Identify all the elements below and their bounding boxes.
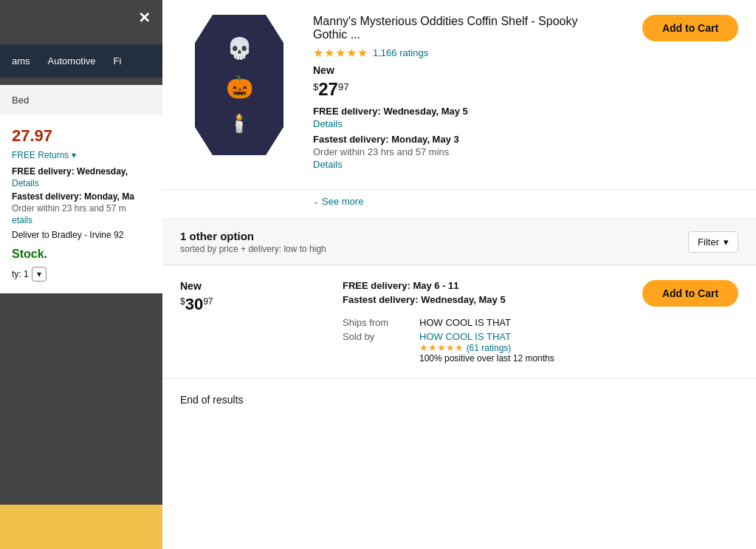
product-order-within: Order within 23 hrs and 57 mins (313, 146, 613, 157)
listing-price-cents: 97 (203, 296, 213, 307)
sidebar-nav-fi[interactable]: Fi (114, 55, 122, 67)
product-title: Manny's Mysterious Oddities Coffin Shelf… (313, 15, 613, 41)
sidebar-free-returns[interactable]: FREE Returns ▾ (12, 150, 151, 160)
chevron-down-icon: ▾ (724, 236, 729, 248)
listing-free-delivery-dates: May 6 - 11 (413, 280, 458, 291)
lantern-icon: 🕯️ (228, 113, 250, 134)
sidebar-order-within: Order within 23 hrs and 57 m (12, 203, 151, 214)
sidebar-chevron-down-icon: ▾ (72, 150, 76, 160)
filter-button[interactable]: Filter ▾ (688, 231, 738, 253)
product-info: Manny's Mysterious Oddities Coffin Shelf… (313, 15, 613, 174)
product-price-main: 27 (318, 79, 338, 99)
listing-condition: New (180, 280, 328, 292)
listing-free-delivery: FREE delivery: May 6 - 11 (343, 280, 628, 291)
product-add-to-cart-button[interactable]: Add to Cart (642, 15, 738, 41)
product-fastest-label: Fastest delivery: (313, 134, 389, 145)
product-fastest-delivery: Fastest delivery: Monday, May 3 (313, 134, 613, 145)
see-more-text[interactable]: See more (322, 196, 363, 207)
end-of-results: End of results (162, 379, 756, 420)
sidebar-bottom (0, 505, 162, 549)
sidebar-free-returns-text: FREE Returns (12, 150, 69, 160)
product-free-delivery-label: FREE delivery: (313, 106, 381, 117)
listing-price: $3097 (180, 295, 328, 314)
listing-middle: FREE delivery: May 6 - 11 Fastest delive… (343, 280, 628, 364)
skull-icon: 💀 (227, 36, 252, 61)
sidebar-free-delivery: FREE delivery: Wednesday, (12, 166, 151, 177)
ships-from-value: HOW COOL IS THAT (419, 317, 628, 328)
see-more-link[interactable]: ⌄ See more (313, 196, 756, 207)
other-options-title: 1 other option (180, 230, 326, 242)
product-free-delivery: FREE delivery: Wednesday, May 5 (313, 106, 613, 117)
stars-row: ★★★★★ 1,166 ratings (313, 46, 613, 60)
seller-ratings[interactable]: (61 ratings) (467, 343, 512, 353)
product-top-right: Add to Cart (628, 15, 738, 174)
other-options-subtitle: sorted by price + delivery: low to high (180, 244, 326, 254)
sidebar-search-area: Bed (0, 85, 162, 115)
listing-left: New $3097 (180, 280, 328, 314)
listing-free-delivery-label: FREE delivery: (343, 280, 410, 291)
product-free-delivery-date: Wednesday, May 5 (383, 106, 467, 117)
other-options-header: 1 other option sorted by price + deliver… (162, 219, 756, 265)
product-details-link[interactable]: Details (313, 118, 613, 129)
see-more-row: ⌄ See more (162, 190, 756, 219)
sold-by-label: Sold by (343, 331, 416, 364)
listing-ships-from-section: Ships from HOW COOL IS THAT Sold by HOW … (343, 317, 628, 364)
listing-fastest-date: Wednesday, May 5 (421, 294, 505, 305)
product-fastest-date: Monday, May 3 (391, 134, 459, 145)
sidebar-fastest-delivery: Fastest delivery: Monday, Ma (12, 191, 151, 202)
main-content: 💀 🎃 🕯️ Manny's Mysterious Oddities Coffi… (162, 0, 756, 549)
product-price-cents: 97 (338, 81, 348, 92)
filter-button-label: Filter (698, 236, 719, 248)
pumpkin-icon: 🎃 (226, 74, 253, 100)
listing-add-to-cart-button[interactable]: Add to Cart (642, 280, 738, 307)
product-condition: New (313, 64, 613, 76)
sold-by-link[interactable]: HOW COOL IS THAT (419, 331, 511, 342)
listing-price-dollar: $ (180, 296, 185, 307)
chevron-down-icon: ⌄ (313, 197, 319, 205)
sidebar-price-section: 27.97 FREE Returns ▾ FREE delivery: Wedn… (0, 115, 162, 293)
product-image-container: 💀 🎃 🕯️ (180, 15, 298, 174)
sidebar-search-label: Bed (12, 95, 29, 106)
sidebar-deliver-to: Deliver to Bradley - Irvine 92 (12, 230, 151, 240)
product-top-section: 💀 🎃 🕯️ Manny's Mysterious Oddities Coffi… (162, 0, 756, 190)
product-image: 💀 🎃 🕯️ (195, 15, 284, 155)
sidebar-nav: ams Automotive Fi (0, 44, 162, 78)
sidebar-nav-automotive[interactable]: Automotive (48, 55, 96, 67)
sidebar-details2-link[interactable]: etails (12, 215, 151, 225)
sidebar-overlay: ✕ ams Automotive Fi Bed 27.97 FREE Retur… (0, 0, 162, 549)
product-ratings-count[interactable]: 1,166 ratings (373, 47, 428, 58)
product-price: $2797 (313, 79, 613, 100)
sidebar-qty-label: ty: 1 (12, 269, 29, 279)
sidebar-in-stock: Stock. (12, 248, 151, 261)
sidebar-price: 27.97 (12, 126, 151, 146)
sidebar-qty-box[interactable]: ▾ (32, 267, 47, 282)
seller-positive: 100% positive over last 12 months (419, 353, 628, 364)
sidebar-chevron-down-icon: ▾ (37, 269, 41, 279)
listing-right: Add to Cart (642, 280, 738, 307)
listing-row: New $3097 FREE delivery: May 6 - 11 Fast… (162, 265, 756, 379)
other-options-info: 1 other option sorted by price + deliver… (180, 230, 326, 254)
product-stars[interactable]: ★★★★★ (313, 46, 368, 60)
seller-stars: ★★★★★ (419, 342, 464, 353)
sidebar-close-button[interactable]: ✕ (138, 9, 151, 27)
ships-from-label: Ships from (343, 317, 416, 328)
sidebar-nav-ams[interactable]: ams (12, 55, 30, 67)
listing-fastest: Fastest delivery: Wednesday, May 5 (343, 294, 628, 305)
product-details2-link[interactable]: Details (313, 159, 613, 170)
sidebar-details-link[interactable]: Details (12, 178, 151, 188)
sidebar-qty[interactable]: ty: 1 ▾ (12, 267, 151, 282)
listing-fastest-label: Fastest delivery: (343, 294, 419, 305)
sold-by-container: HOW COOL IS THAT ★★★★★ (61 ratings) 100%… (419, 331, 628, 364)
listing-price-main: 30 (185, 295, 203, 313)
